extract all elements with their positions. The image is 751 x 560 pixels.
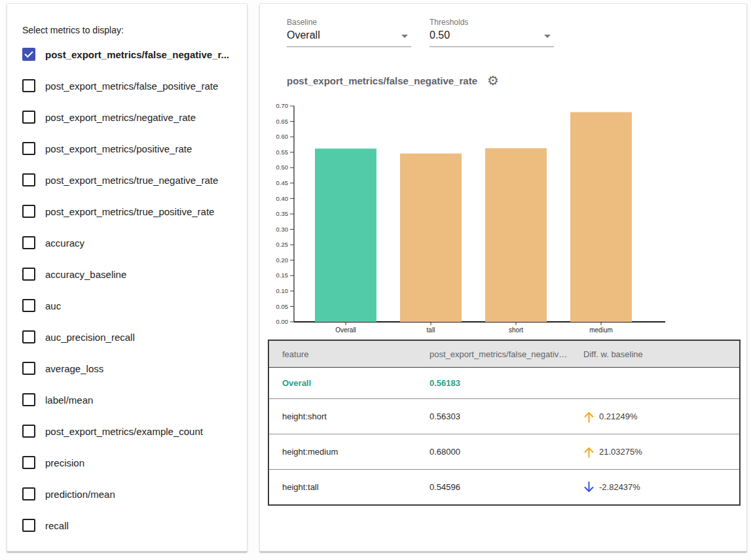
metric-label: label/mean [45, 394, 93, 406]
diff-value: -2.82437% [599, 482, 640, 492]
checkbox-checked-icon[interactable] [22, 48, 35, 61]
checkbox-unchecked-icon[interactable] [22, 456, 35, 469]
metric-item-prediction-mean[interactable]: prediction/mean [22, 478, 243, 510]
bar-overall[interactable] [315, 149, 376, 322]
metric-item-post-export-metrics-false-positive-rate[interactable]: post_export_metrics/false_positive_rate [22, 70, 243, 101]
metric-item-post-export-metrics-false-negative-r[interactable]: post_export_metrics/false_negative_r... [22, 39, 243, 70]
svg-text:0.30: 0.30 [276, 226, 289, 233]
metric-item-post-export-metrics-example-count[interactable]: post_export_metrics/example_count [22, 415, 243, 447]
arrow-down-icon [583, 481, 595, 494]
checkbox-unchecked-icon[interactable] [22, 362, 35, 375]
checkbox-unchecked-icon[interactable] [22, 393, 35, 406]
checkbox-unchecked-icon[interactable] [22, 111, 35, 124]
metric-value-cell: 0.68000 [416, 447, 570, 457]
table-body: Overall0.56183height:short0.563030.21249… [269, 368, 739, 504]
svg-text:0.20: 0.20 [276, 256, 289, 264]
thresholds-dropdown[interactable]: Thresholds 0.50 [430, 18, 554, 47]
svg-text:0.65: 0.65 [276, 118, 289, 125]
bar-medium[interactable] [570, 112, 632, 322]
table-row-overall[interactable]: Overall0.56183 [269, 368, 739, 398]
metric-label: post_export_metrics/negative_rate [45, 112, 196, 123]
checkbox-unchecked-icon[interactable] [22, 425, 35, 438]
svg-text:0.35: 0.35 [276, 210, 289, 217]
checkmark-icon [24, 49, 33, 58]
svg-text:0.25: 0.25 [276, 241, 289, 248]
metric-label: auc_precision_recall [45, 332, 135, 343]
bar-short[interactable] [485, 149, 547, 322]
feature-cell: height:medium [269, 447, 416, 457]
metric-label: post_export_metrics/false_positive_rate [45, 80, 218, 92]
metric-value-cell: 0.56303 [416, 411, 570, 421]
feature-cell: Overall [269, 378, 416, 388]
table-row-height-tall[interactable]: height:tall0.54596-2.82437% [269, 469, 739, 504]
checkbox-unchecked-icon[interactable] [22, 79, 35, 92]
metric-label: post_export_metrics/false_negative_r... [45, 49, 229, 60]
metric-item-auc-precision-recall[interactable]: auc_precision_recall [22, 321, 243, 353]
svg-text:0.05: 0.05 [276, 303, 289, 310]
bar-chart: 0.000.050.100.150.200.250.300.350.400.45… [276, 99, 734, 338]
x-tick-label: Overall [335, 326, 356, 334]
metric-label: post_export_metrics/example_count [45, 426, 203, 437]
bar-tall[interactable] [400, 154, 462, 322]
checkbox-unchecked-icon[interactable] [22, 142, 35, 155]
metric-selector-panel: Select metrics to display: post_export_m… [7, 3, 247, 551]
metric-item-post-export-metrics-true-positive-rate[interactable]: post_export_metrics/true_positive_rate [22, 196, 243, 227]
table-row-height-short[interactable]: height:short0.563030.21249% [269, 398, 739, 434]
arrow-up-icon [583, 446, 595, 459]
metric-label: auc [45, 300, 61, 311]
x-tick-label: short [509, 326, 523, 334]
metric-selector-title: Select metrics to display: [22, 25, 124, 35]
table-header-row: feature post_export_metrics/false_negati… [269, 341, 739, 368]
metric-item-accuracy[interactable]: accuracy [22, 227, 243, 258]
chevron-down-icon [401, 35, 408, 38]
checkbox-unchecked-icon[interactable] [22, 519, 35, 532]
table-header-metric-value: post_export_metrics/false_negative_rat..… [416, 349, 570, 359]
metric-item-post-export-metrics-true-negative-rate[interactable]: post_export_metrics/true_negative_rate [22, 164, 243, 196]
table-header-diff: Diff. w. baseline [570, 349, 739, 359]
diff-cell: 21.03275% [570, 446, 739, 459]
feature-cell: height:short [269, 411, 416, 421]
svg-text:0.10: 0.10 [276, 287, 289, 294]
baseline-dropdown[interactable]: Baseline Overall [287, 18, 411, 47]
svg-text:0.55: 0.55 [276, 149, 289, 156]
checkbox-unchecked-icon[interactable] [22, 268, 35, 281]
metric-list: post_export_metrics/false_negative_r...p… [22, 39, 243, 541]
metric-item-label-mean[interactable]: label/mean [22, 384, 243, 415]
thresholds-label: Thresholds [430, 18, 554, 27]
metric-item-post-export-metrics-negative-rate[interactable]: post_export_metrics/negative_rate [22, 101, 243, 133]
x-tick-label: tall [427, 326, 435, 334]
gear-icon[interactable]: ⚙ [487, 74, 499, 87]
metric-item-average-loss[interactable]: average_loss [22, 353, 243, 384]
metric-item-accuracy-baseline[interactable]: accuracy_baseline [22, 258, 243, 290]
chart-title: post_export_metrics/false_negative_rate [287, 75, 477, 86]
metric-label: post_export_metrics/positive_rate [45, 143, 192, 154]
metric-value-cell: 0.54596 [416, 482, 570, 492]
checkbox-unchecked-icon[interactable] [22, 330, 35, 343]
checkbox-unchecked-icon[interactable] [22, 236, 35, 249]
metric-item-precision[interactable]: precision [22, 447, 243, 478]
metric-item-recall[interactable]: recall [22, 510, 243, 541]
metric-detail-panel: Baseline Overall Thresholds 0.50 post_ex… [259, 3, 747, 551]
metrics-table: feature post_export_metrics/false_negati… [268, 340, 741, 506]
checkbox-unchecked-icon[interactable] [22, 299, 35, 312]
table-header-feature: feature [269, 349, 416, 359]
checkbox-unchecked-icon[interactable] [22, 205, 35, 218]
svg-text:0.70: 0.70 [276, 102, 289, 109]
metric-item-auc[interactable]: auc [22, 290, 243, 321]
metric-label: accuracy [45, 237, 84, 249]
diff-value: 21.03275% [599, 447, 642, 457]
metric-item-post-export-metrics-positive-rate[interactable]: post_export_metrics/positive_rate [22, 133, 243, 164]
metric-label: average_loss [45, 363, 103, 374]
x-tick-label: medium [589, 326, 613, 334]
diff-cell: -2.82437% [570, 481, 739, 494]
arrow-up-icon [583, 410, 595, 423]
metric-label: recall [45, 520, 69, 531]
chevron-down-icon [544, 35, 551, 38]
checkbox-unchecked-icon[interactable] [22, 173, 35, 186]
checkbox-unchecked-icon[interactable] [22, 487, 35, 500]
table-row-height-medium[interactable]: height:medium0.6800021.03275% [269, 434, 739, 469]
metric-label: accuracy_baseline [45, 269, 126, 280]
baseline-label: Baseline [287, 18, 411, 27]
metric-value-cell: 0.56183 [416, 378, 570, 388]
metric-label: post_export_metrics/true_positive_rate [45, 206, 214, 217]
